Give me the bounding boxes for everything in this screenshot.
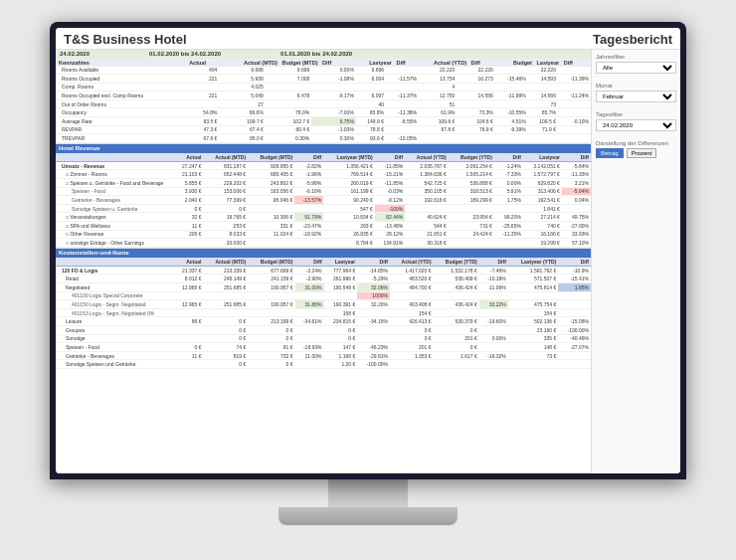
cost-row-retail: Retail 8.012 € 248.149 € 241.159 € -2.90…	[56, 275, 591, 283]
cost-row-sonstige: Sonstige 0 € 0 € 0 € 0 € 201 € 0.00%	[56, 334, 591, 343]
kpi-name-revpar: REVPAR	[56, 125, 186, 134]
sidebar-tagesfilter: Tagesfilter 24.02.2020	[596, 111, 676, 134]
sidebar-monat: Monat Februar	[596, 83, 676, 105]
date-bar: 24.02.2020 01.02.2020 bis 24.02.2020 01.…	[56, 50, 591, 59]
monitor-stand-neck	[328, 479, 408, 507]
kpi-row-trevpar: TREVPAR 67.6 € 95.0 € 0.30% 0.30% 93.6 €…	[56, 134, 591, 143]
kpi-name-occupied-excl: Rooms Occupied excl. Comp Rooms	[56, 92, 186, 100]
kpi-name-rooms-available: Rooms Available	[56, 67, 186, 75]
cost-row-segm-neg0: 401153 Logis - Segm. Negotiated 0% 158 €…	[56, 308, 591, 317]
kpi-section-title: Kennzahlen	[56, 59, 186, 67]
rev-row-others-fb: Sonstige Speisen u. Getränke 0 € 0 € 547…	[56, 204, 591, 213]
revenue-table: Hotel Revenue Actual Actual (MTD) Budget…	[56, 144, 591, 248]
cost-row-leisure: Leisure 86 € 0 € 213.339 € -34.61% 234.8…	[56, 317, 591, 326]
jahresfilter-label: Jahresfilter	[596, 54, 676, 60]
kpi-col-ytd2: Budget Lastyear Diff	[495, 59, 591, 67]
report-title: Tagesbericht	[593, 32, 672, 47]
rev-row-beverages: Getränke - Beverages 2.040 € 77.399 € 95…	[56, 196, 591, 205]
darstellung-radio-group: Betrag Prozent	[596, 148, 676, 158]
screen-content: 24.02.2020 01.02.2020 bis 24.02.2020 01.…	[56, 50, 680, 473]
kpi-name-out-of-order: Out of Order Rooms	[56, 99, 186, 108]
kpi-col-actual: Actual	[186, 59, 219, 67]
tagesfilter-label: Tagesfilter	[596, 111, 676, 117]
kpi-row-occupancy: Occupancy 54.8% 66.6% 78.0% -7.00% 65.8%…	[56, 108, 591, 117]
cost-row-others-fb2: Sonstige Speisen und Getränke 0 € 0 € 1.…	[56, 360, 591, 369]
kpi-row-avg-rate: Average Rate 93.5 € 109.7 € 102.7 € 6.75…	[56, 117, 591, 126]
cost-header: Kostenstellen-und-Name	[56, 249, 591, 258]
kpi-row-rooms-occupied: Rooms Occupied 221 5.930 7.008 -1.08% 6.…	[56, 75, 591, 84]
cost-row-fo: 120 FO & Logis 21.337 € 213.339 € 677.66…	[56, 266, 591, 275]
kpi-name-comp-rooms: Comp. Rooms	[56, 83, 186, 92]
kpi-row-comp-rooms: Comp. Rooms 4.025 4	[56, 83, 591, 92]
rev-row-other: □ Other Revenue 205 € 8.033 € 11.024 € -…	[56, 230, 591, 239]
cost-row-negotiated: Negotiated 12.965 € 251.685 € 190.957 € …	[56, 282, 591, 291]
monitor-body: T&S Business Hotel Tagesbericht 24.02.20…	[50, 22, 686, 479]
betrag-button[interactable]: Betrag	[596, 148, 624, 158]
tagesfilter-select[interactable]: 24.02.2020	[596, 119, 676, 131]
cost-row-segm-neg: 401150 Logis - Segm. Negotiated 12.965 €…	[56, 300, 591, 309]
revenue-section: Hotel Revenue Actual Actual (MTD) Budget…	[56, 144, 591, 249]
revenue-header: Hotel Revenue	[56, 144, 591, 153]
monitor-screen: T&S Business Hotel Tagesbericht 24.02.20…	[56, 28, 680, 473]
rev-row-events: □ Veranstaltungen 32 € 19.765 € 10.306 €…	[56, 213, 591, 222]
darstellung-label: Darstellung der Differenzen	[596, 140, 676, 146]
prozent-button[interactable]: Prozent	[627, 148, 657, 158]
kpi-row-occupied-excl: Rooms Occupied excl. Comp Rooms 221 5.04…	[56, 92, 591, 100]
date2: 01.02.2020 bis 24.02.2020	[149, 51, 221, 57]
kpi-name-rooms-occupied: Rooms Occupied	[56, 75, 186, 84]
kpi-section: Kennzahlen Actual Actual (MTD) Budget (M…	[56, 59, 591, 144]
sidebar-darstellung: Darstellung der Differenzen Betrag Proze…	[596, 140, 676, 158]
cost-row-bev2: Getränke - Beverages 11 € 819 € 732 € 11…	[56, 351, 591, 360]
cost-title: Kostenstellen-und-Name	[56, 249, 591, 258]
kpi-col-mtd: Actual (MTD) Budget (MTD) Diff	[219, 59, 355, 67]
sidebar-jahresfilter: Jahresfilter Alle	[596, 54, 676, 77]
kpi-col-ytd: Actual (YTD) Diff	[419, 59, 495, 67]
kpi-name-avg-rate: Average Rate	[56, 117, 186, 126]
rev-row-fb: □ Speisen u. Getränke - Food and Beverag…	[56, 179, 591, 188]
kpi-name-occupancy: Occupancy	[56, 108, 186, 117]
monitor-stand-base	[278, 507, 458, 525]
revenue-title: Hotel Revenue	[56, 144, 591, 153]
cost-section: Kostenstellen-und-Name Actual Actual (MT…	[56, 249, 591, 473]
cost-col-headers: Actual Actual (MTD) Budget (MTD) Diff La…	[56, 258, 591, 267]
kpi-table: Kennzahlen Actual Actual (MTD) Budget (M…	[56, 59, 591, 143]
hotel-name: T&S Business Hotel	[64, 32, 187, 47]
cost-row-groupes: Groupes 0 € 0 € 0 € 0 € 0 € 23.160 €	[56, 325, 591, 334]
sidebar: Jahresfilter Alle Monat Februar Tagesfil…	[591, 50, 680, 473]
revenue-col-headers: Actual Actual (MTD) Budget (MTD) Diff La…	[56, 153, 591, 162]
monat-select[interactable]: Februar	[596, 91, 676, 102]
rev-row-earnings: □ sonstige Erträge - Other Earnings 20.0…	[56, 239, 591, 248]
kpi-actual-rooms-available: 404	[186, 67, 219, 75]
kpi-row-revpar: REVPAR 47.3 € 67.4 € 60.4 € -1.03% 78.8 …	[56, 125, 591, 134]
rev-row-spa: □ SPA und Wellness 11 € 253 € 331 € -23.…	[56, 222, 591, 231]
kpi-name-trevpar: TREVPAR	[56, 134, 186, 143]
jahresfilter-select[interactable]: Alle	[596, 62, 676, 74]
screen-header: T&S Business Hotel Tagesbericht	[56, 28, 680, 50]
date3: 01.01.2020 bis 24.02.2020	[280, 51, 352, 57]
kpi-row-out-of-order: Out of Order Rooms 27 40 51 73	[56, 99, 591, 108]
rev-row-total: Umsatz - Revenue 27.247 € 831.187 € 928.…	[56, 161, 591, 170]
monitor-container: T&S Business Hotel Tagesbericht 24.02.20…	[40, 22, 696, 539]
main-area: 24.02.2020 01.02.2020 bis 24.02.2020 01.…	[56, 50, 591, 473]
kpi-col-ly: Lastyear Diff	[356, 59, 419, 67]
cost-row-food2: Speisen - Food 0 € 74 € 91 € -18.93% 147…	[56, 343, 591, 352]
rev-row-rooms: □ Zimmer - Rooms 21.103 € 652.448 € 665.…	[56, 170, 591, 179]
date1: 24.02.2020	[60, 51, 90, 57]
monat-label: Monat	[596, 83, 676, 89]
kpi-row-rooms-available: Rooms Available 404 9.696 9.696 0.00% 9.…	[56, 67, 591, 75]
cost-table: Kostenstellen-und-Name Actual Actual (MT…	[56, 249, 591, 369]
cost-row-special-corp: 401100 Logis Special Corporate 1000%	[56, 291, 591, 300]
rev-row-food: Speisen - Food 3.930 € 153.006 € 163.056…	[56, 187, 591, 196]
kpi-header-row: Kennzahlen Actual Actual (MTD) Budget (M…	[56, 59, 591, 67]
